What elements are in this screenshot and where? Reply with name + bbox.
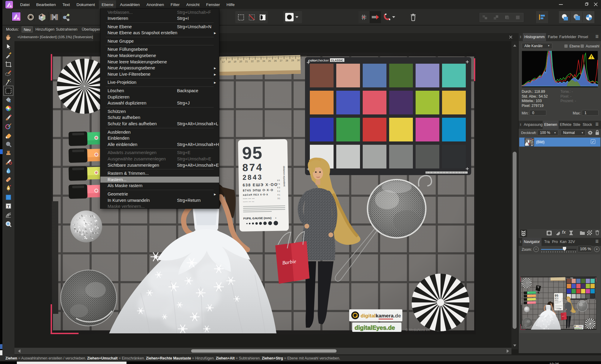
- svg-text:T: T: [7, 204, 10, 208]
